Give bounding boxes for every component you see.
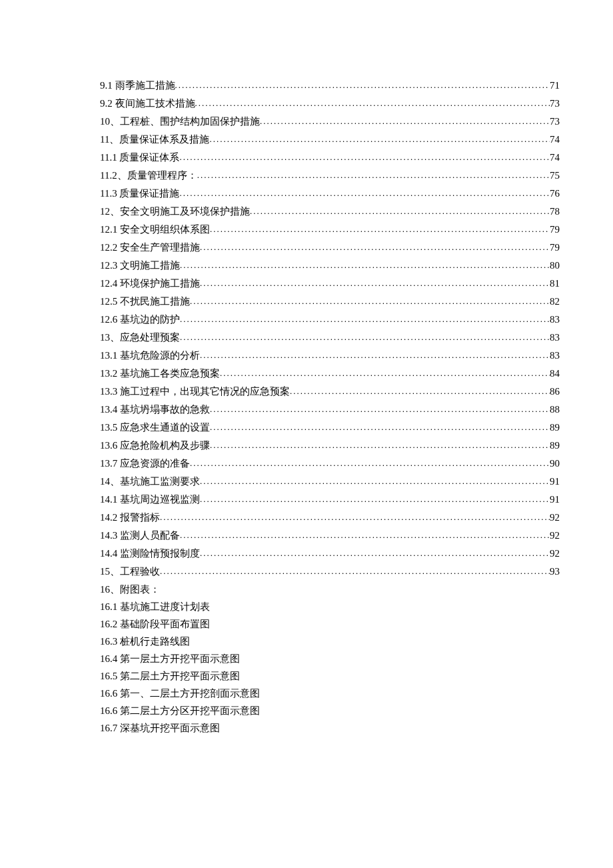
toc-leader-dots <box>160 563 550 580</box>
toc-entry-page: 88 <box>550 401 560 418</box>
toc-entry-page: 92 <box>550 509 560 526</box>
toc-entry: 11.2、质量管理程序：75 <box>100 167 560 185</box>
toc-entry-label: 14.2 报警指标 <box>100 509 160 526</box>
toc-leader-dots <box>160 509 550 526</box>
toc-entry-label: 12.4 环境保护施工措施 <box>100 275 200 292</box>
toc-entry-label: 12、安全文明施工及环境保护措施 <box>100 203 250 220</box>
toc-entry-label: 9.1 雨季施工措施 <box>100 77 175 94</box>
toc-entry: 13.7 应急资源的准备90 <box>100 455 560 473</box>
toc-entry-page: 86 <box>550 383 560 400</box>
toc-entry-page: 89 <box>550 419 560 436</box>
toc-leader-dots <box>175 77 550 94</box>
toc-leader-dots <box>180 257 550 274</box>
toc-leader-dots <box>179 185 550 202</box>
toc-entry-page: 78 <box>550 203 560 220</box>
toc-leader-dots <box>180 311 550 328</box>
toc-entry-label: 15、工程验收 <box>100 563 160 580</box>
toc-entry-page: 76 <box>550 185 560 202</box>
toc-entry: 11.3 质量保证措施76 <box>100 185 560 203</box>
toc-entry: 10、工程桩、围护结构加固保护措施73 <box>100 113 560 131</box>
toc-entry: 14.1 基坑周边巡视监测91 <box>100 491 560 509</box>
toc-entry-label: 11.1 质量保证体系 <box>100 149 179 166</box>
toc-entry-page: 89 <box>550 437 560 454</box>
toc-entry: 13.6 应急抢险机构及步骤89 <box>100 437 560 455</box>
toc-entry-label: 12.3 文明施工措施 <box>100 257 180 274</box>
toc-entry-page: 83 <box>550 347 560 364</box>
toc-entry-page: 74 <box>550 131 560 148</box>
toc-entry: 11、质量保证体系及措施74 <box>100 131 560 149</box>
toc-entry-page: 91 <box>550 473 560 490</box>
appendix-entry: 16、附图表： <box>100 581 560 598</box>
appendix-entry: 16.4 第一层土方开挖平面示意图 <box>100 650 560 667</box>
toc-entry-page: 83 <box>550 311 560 328</box>
toc-entry-label: 14.3 监测人员配备 <box>100 527 180 544</box>
toc-entry-label: 13.5 应急求生通道的设置 <box>100 419 210 436</box>
toc-entry: 12.3 文明施工措施80 <box>100 257 560 275</box>
toc-entry: 12.4 环境保护施工措施81 <box>100 275 560 293</box>
toc-leader-dots <box>210 221 550 238</box>
toc-leader-dots <box>210 401 550 418</box>
toc-leader-dots <box>190 455 550 472</box>
toc-entry: 12.2 安全生产管理措施79 <box>100 239 560 257</box>
toc-entry-label: 10、工程桩、围护结构加固保护措施 <box>100 113 260 130</box>
toc-entry-page: 84 <box>550 365 560 382</box>
toc-leader-dots <box>180 329 550 346</box>
toc-entry-page: 74 <box>550 149 560 166</box>
toc-entry: 14、基坑施工监测要求91 <box>100 473 560 491</box>
appendix-entry: 16.5 第二层土方开挖平面示意图 <box>100 667 560 685</box>
toc-list: 9.1 雨季施工措施719.2 夜间施工技术措施7310、工程桩、围护结构加固保… <box>100 77 560 581</box>
toc-entry-label: 9.2 夜间施工技术措施 <box>100 95 195 112</box>
toc-entry: 14.3 监测人员配备92 <box>100 527 560 545</box>
toc-entry-page: 90 <box>550 455 560 472</box>
toc-entry-label: 12.2 安全生产管理措施 <box>100 239 200 256</box>
toc-entry-page: 81 <box>550 275 560 292</box>
toc-entry-page: 80 <box>550 257 560 274</box>
appendix-entry: 16.3 桩机行走路线图 <box>100 633 560 650</box>
toc-entry-page: 73 <box>550 95 560 112</box>
toc-entry-label: 14.1 基坑周边巡视监测 <box>100 491 200 508</box>
toc-entry-page: 71 <box>550 77 560 94</box>
toc-entry-page: 92 <box>550 527 560 544</box>
toc-entry-label: 13.1 基坑危险源的分析 <box>100 347 200 364</box>
table-of-contents: 9.1 雨季施工措施719.2 夜间施工技术措施7310、工程桩、围护结构加固保… <box>100 77 560 737</box>
toc-leader-dots <box>210 419 550 436</box>
toc-entry: 12.5 不扰民施工措施82 <box>100 293 560 311</box>
toc-entry-page: 83 <box>550 329 560 346</box>
appendix-entry: 16.1 基坑施工进度计划表 <box>100 598 560 615</box>
toc-entry-label: 13.3 施工过程中，出现其它情况的应急预案 <box>100 383 290 400</box>
appendix-list: 16、附图表：16.1 基坑施工进度计划表16.2 基础阶段平面布置图16.3 … <box>100 581 560 737</box>
toc-leader-dots <box>250 203 550 220</box>
toc-leader-dots <box>260 113 550 130</box>
toc-entry-label: 14、基坑施工监测要求 <box>100 473 200 490</box>
toc-leader-dots <box>200 491 550 508</box>
toc-entry: 12.6 基坑边的防护83 <box>100 311 560 329</box>
toc-entry: 12.1 安全文明组织体系图79 <box>100 221 560 239</box>
toc-entry-label: 12.6 基坑边的防护 <box>100 311 180 328</box>
toc-leader-dots <box>200 275 550 292</box>
toc-leader-dots <box>190 293 550 310</box>
toc-entry: 13.2 基坑施工各类应急预案84 <box>100 365 560 383</box>
toc-entry: 11.1 质量保证体系74 <box>100 149 560 167</box>
toc-entry-label: 14.4 监测险情预报制度 <box>100 545 200 562</box>
appendix-entry: 16.6 第一、二层土方开挖剖面示意图 <box>100 685 560 702</box>
toc-entry-page: 73 <box>550 113 560 130</box>
toc-leader-dots <box>200 545 550 562</box>
appendix-entry: 16.2 基础阶段平面布置图 <box>100 615 560 633</box>
toc-entry: 9.1 雨季施工措施71 <box>100 77 560 95</box>
toc-entry-page: 93 <box>550 563 560 580</box>
toc-leader-dots <box>200 239 550 256</box>
toc-entry: 13、应急处理预案83 <box>100 329 560 347</box>
toc-entry-page: 79 <box>550 239 560 256</box>
toc-entry: 12、安全文明施工及环境保护措施78 <box>100 203 560 221</box>
appendix-entry: 16.6 第二层土方分区开挖平面示意图 <box>100 702 560 719</box>
toc-leader-dots <box>197 167 550 184</box>
toc-entry: 13.3 施工过程中，出现其它情况的应急预案86 <box>100 383 560 401</box>
toc-entry: 13.1 基坑危险源的分析83 <box>100 347 560 365</box>
toc-entry: 13.4 基坑坍塌事故的急救88 <box>100 401 560 419</box>
toc-leader-dots <box>220 365 550 382</box>
toc-leader-dots <box>210 437 550 454</box>
toc-leader-dots <box>290 383 550 400</box>
toc-leader-dots <box>200 347 550 364</box>
toc-entry: 14.2 报警指标92 <box>100 509 560 527</box>
toc-entry-page: 75 <box>550 167 560 184</box>
